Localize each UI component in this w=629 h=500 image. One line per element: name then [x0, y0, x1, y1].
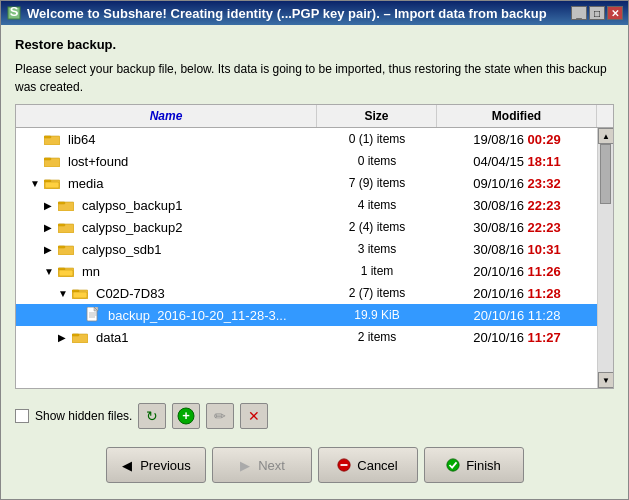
file-time: 18:11	[527, 154, 560, 169]
main-window: S Welcome to Subshare! Creating identity…	[0, 0, 629, 500]
table-header: Name Size Modified	[16, 105, 613, 128]
bottom-toolbar: Show hidden files. ↻ + ✏ ✕	[15, 397, 614, 433]
col-modified: Modified	[437, 105, 597, 127]
table-row[interactable]: ▼ C02D-7D832 (7) items20/10/16 11:28	[16, 282, 597, 304]
file-table-body[interactable]: lib640 (1) items19/08/16 00:29 lost+foun…	[16, 128, 597, 388]
folder-icon	[58, 265, 74, 277]
folder-icon	[72, 331, 88, 343]
button-row: ◀ Previous ▶ Next Cancel	[15, 441, 614, 491]
svg-rect-27	[72, 334, 79, 336]
svg-point-32	[447, 459, 459, 471]
folder-icon	[72, 287, 88, 299]
window-controls: _ □ ✕	[571, 6, 623, 20]
file-modified: 20/10/16 11:28	[437, 284, 597, 303]
folder-icon	[58, 243, 74, 255]
add-button[interactable]: +	[172, 403, 200, 429]
file-name: calypso_backup2	[82, 220, 182, 235]
file-size: 1 item	[317, 262, 437, 280]
file-browser: Name Size Modified lib640 (1) items19/08…	[15, 104, 614, 389]
file-modified: 20/10/16 11:28	[437, 306, 597, 325]
expand-arrow[interactable]: ▼	[58, 288, 68, 299]
svg-rect-14	[58, 246, 65, 248]
svg-rect-7	[44, 180, 51, 182]
previous-label: Previous	[140, 458, 191, 473]
file-name: backup_2016-10-20_11-28-3...	[108, 308, 287, 323]
file-modified: 30/08/16 22:23	[437, 218, 597, 237]
table-row[interactable]: backup_2016-10-20_11-28-3...19.9 KiB20/1…	[16, 304, 597, 326]
scrollbar[interactable]: ▲ ▼	[597, 128, 613, 388]
file-modified: 04/04/15 18:11	[437, 152, 597, 171]
minimize-button[interactable]: _	[571, 6, 587, 20]
file-time: 22:23	[527, 220, 560, 235]
svg-rect-5	[44, 158, 51, 160]
window-title: Welcome to Subshare! Creating identity (…	[27, 6, 566, 21]
file-icon	[86, 307, 100, 323]
table-row[interactable]: ▶ data12 items20/10/16 11:27	[16, 326, 597, 348]
restore-desc: Please select your backup file, below. I…	[15, 60, 614, 96]
col-name: Name	[16, 105, 317, 127]
table-row[interactable]: ▼ mn1 item20/10/16 11:26	[16, 260, 597, 282]
svg-rect-19	[72, 290, 79, 292]
cancel-icon	[337, 458, 351, 472]
scroll-track[interactable]	[598, 144, 613, 372]
table-row[interactable]: ▶ calypso_sdb13 items30/08/16 10:31	[16, 238, 597, 260]
table-row[interactable]: ▼ media7 (9) items09/10/16 23:32	[16, 172, 597, 194]
file-size: 2 (4) items	[317, 218, 437, 236]
window-icon: S	[6, 5, 22, 21]
file-time: 11:28	[527, 286, 560, 301]
expand-arrow[interactable]: ▶	[44, 222, 54, 233]
file-size: 2 (7) items	[317, 284, 437, 302]
delete-button[interactable]: ✕	[240, 403, 268, 429]
table-row[interactable]: lost+found0 items04/04/15 18:11	[16, 150, 597, 172]
previous-icon: ◀	[120, 458, 134, 472]
cancel-button[interactable]: Cancel	[318, 447, 418, 483]
file-size: 0 items	[317, 152, 437, 170]
scroll-down[interactable]: ▼	[598, 372, 613, 388]
maximize-button[interactable]: □	[589, 6, 605, 20]
expand-arrow[interactable]: ▶	[58, 332, 68, 343]
refresh-button[interactable]: ↻	[138, 403, 166, 429]
previous-button[interactable]: ◀ Previous	[106, 447, 206, 483]
file-modified: 20/10/16 11:27	[437, 328, 597, 347]
scroll-up[interactable]: ▲	[598, 128, 613, 144]
table-wrapper: lib640 (1) items19/08/16 00:29 lost+foun…	[16, 128, 613, 388]
finish-label: Finish	[466, 458, 501, 473]
expand-arrow[interactable]: ▶	[44, 200, 54, 211]
svg-rect-10	[58, 202, 65, 204]
file-time: 22:23	[527, 198, 560, 213]
titlebar: S Welcome to Subshare! Creating identity…	[1, 1, 628, 25]
table-row[interactable]: lib640 (1) items19/08/16 00:29	[16, 128, 597, 150]
svg-rect-16	[58, 268, 65, 270]
folder-icon	[58, 199, 74, 211]
file-modified: 30/08/16 22:23	[437, 196, 597, 215]
table-row[interactable]: ▶ calypso_backup14 items30/08/16 22:23	[16, 194, 597, 216]
finish-icon	[446, 458, 460, 472]
next-button[interactable]: ▶ Next	[212, 447, 312, 483]
svg-rect-12	[58, 224, 65, 226]
file-name: lib64	[68, 132, 95, 147]
expand-arrow[interactable]: ▼	[30, 178, 40, 189]
file-modified: 19/08/16 00:29	[437, 130, 597, 149]
file-size: 2 items	[317, 328, 437, 346]
expand-arrow[interactable]: ▶	[44, 244, 54, 255]
finish-button[interactable]: Finish	[424, 447, 524, 483]
file-name: data1	[96, 330, 129, 345]
next-label: Next	[258, 458, 285, 473]
scroll-thumb[interactable]	[600, 144, 611, 204]
file-size: 7 (9) items	[317, 174, 437, 192]
table-row[interactable]: ▶ calypso_backup22 (4) items30/08/16 22:…	[16, 216, 597, 238]
file-time: 11:27	[527, 330, 560, 345]
file-name: lost+found	[68, 154, 128, 169]
expand-arrow[interactable]: ▼	[44, 266, 54, 277]
folder-icon	[44, 155, 60, 167]
folder-icon	[44, 133, 60, 145]
file-size: 19.9 KiB	[317, 306, 437, 324]
file-name: calypso_backup1	[82, 198, 182, 213]
folder-icon	[58, 221, 74, 233]
file-time: 11:28	[528, 308, 561, 323]
main-content: Restore backup. Please select your backu…	[1, 25, 628, 499]
file-size: 0 (1) items	[317, 130, 437, 148]
close-button[interactable]: ✕	[607, 6, 623, 20]
edit-button[interactable]: ✏	[206, 403, 234, 429]
show-hidden-checkbox[interactable]	[15, 409, 29, 423]
